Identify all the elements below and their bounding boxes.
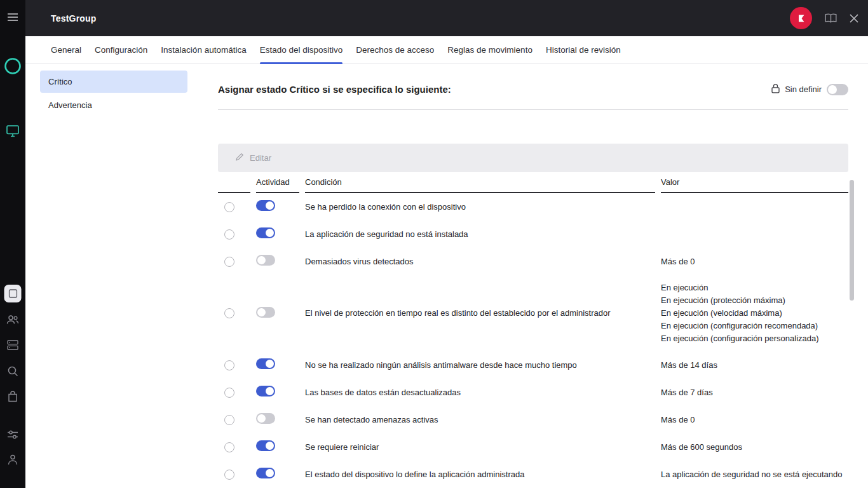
conditions-table-body: Se ha perdido la conexión con el disposi… — [218, 193, 848, 488]
select-column-header — [218, 172, 250, 193]
undefined-control: Sin definir — [771, 83, 848, 95]
row-activity-cell — [256, 255, 299, 268]
condition-text: El nivel de protección en tiempo real es… — [305, 308, 655, 319]
tab-label: General — [51, 45, 81, 55]
docs-book-icon[interactable] — [824, 13, 837, 24]
row-radio[interactable] — [224, 257, 234, 267]
condition-text: El estado del dispositivo lo define la a… — [305, 469, 655, 480]
value-text: Más de 600 segundos — [661, 441, 848, 454]
value-text: Más de 0 — [661, 414, 848, 426]
table-toolbar: Editar — [218, 144, 848, 172]
activity-toggle[interactable] — [256, 413, 275, 424]
table-row: Se han detectado amenazas activas Más de… — [218, 406, 848, 433]
toggle-knob — [257, 256, 266, 264]
condition-text: La aplicación de seguridad no está insta… — [305, 229, 655, 240]
main-panel: Asignar estado Crítico si se especifica … — [218, 64, 848, 488]
tab-derechos-de-acceso[interactable]: Derechos de acceso — [356, 36, 434, 64]
activity-toggle[interactable] — [256, 200, 275, 211]
row-select-cell — [218, 360, 250, 370]
kaspersky-logo-badge[interactable] — [790, 7, 812, 29]
toggle-knob — [266, 387, 274, 395]
active-tool-indicator[interactable] — [4, 285, 22, 302]
settings-sliders-icon[interactable] — [7, 430, 18, 439]
marketplace-bag-icon[interactable] — [8, 391, 18, 402]
activity-toggle[interactable] — [256, 468, 275, 478]
row-activity-cell — [256, 307, 299, 320]
tab-instalacion-automatica[interactable]: Instalación automática — [161, 36, 246, 64]
page-title: Asignar estado Crítico si se especifica … — [218, 84, 451, 95]
toggle-knob — [266, 442, 274, 450]
row-select-cell — [218, 202, 250, 212]
activity-toggle[interactable] — [256, 358, 275, 369]
row-radio[interactable] — [224, 360, 234, 370]
activity-toggle[interactable] — [256, 255, 275, 266]
condition-text: Se han detectado amenazas activas — [305, 414, 655, 426]
status-nav-label: Advertencia — [48, 100, 92, 110]
status-nav-item-critico[interactable]: Crítico — [40, 71, 187, 93]
toggle-knob — [828, 85, 837, 94]
row-activity-cell — [256, 227, 299, 241]
activity-toggle[interactable] — [256, 440, 275, 451]
toggle-knob — [257, 414, 266, 423]
value-text: Más de 14 días — [661, 359, 848, 372]
tabs: General Configuración Instalación automá… — [25, 36, 868, 64]
tab-general[interactable]: General — [51, 36, 81, 64]
row-select-cell — [218, 257, 250, 267]
status-ring-icon — [4, 57, 22, 75]
topbar: TestGroup — [25, 0, 868, 36]
table-row: El nivel de protección en tiempo real es… — [218, 275, 848, 351]
vertical-scrollbar[interactable] — [850, 180, 854, 301]
account-person-icon[interactable] — [8, 454, 18, 465]
tab-label: Historial de revisión — [546, 45, 621, 55]
condition-text: Se requiere reiniciar — [305, 442, 655, 453]
row-select-cell — [218, 388, 250, 398]
lock-icon — [771, 83, 780, 95]
device-status-page: General Configuración Instalación automá… — [25, 36, 868, 488]
tab-configuracion[interactable]: Configuración — [95, 36, 147, 64]
tab-reglas-de-movimiento[interactable]: Reglas de movimiento — [447, 36, 532, 64]
condition-text: Demasiados virus detectados — [305, 256, 655, 268]
tab-label: Reglas de movimiento — [447, 45, 532, 55]
menu-icon[interactable] — [7, 13, 18, 22]
row-radio[interactable] — [224, 388, 234, 398]
monitoring-icon[interactable] — [6, 125, 19, 137]
conditions-table-header: Actividad Condición Valor — [218, 172, 848, 193]
row-select-cell — [218, 229, 250, 240]
search-icon[interactable] — [7, 365, 18, 377]
edit-pencil-icon — [235, 152, 244, 163]
row-activity-cell — [256, 440, 299, 454]
row-activity-cell — [256, 468, 299, 481]
status-nav: Crítico Advertencia — [25, 64, 187, 488]
close-icon[interactable] — [850, 14, 858, 23]
undefined-toggle[interactable] — [827, 84, 848, 95]
activity-toggle[interactable] — [256, 227, 275, 238]
edit-button[interactable]: Editar — [250, 153, 271, 163]
activity-toggle[interactable] — [256, 307, 275, 318]
undefined-label: Sin definir — [785, 85, 822, 94]
row-select-cell — [218, 470, 250, 480]
row-radio[interactable] — [224, 202, 234, 212]
row-radio[interactable] — [224, 415, 234, 425]
tab-label: Instalación automática — [161, 45, 246, 55]
tab-estado-del-dispositivo[interactable]: Estado del dispositivo — [260, 36, 343, 64]
status-nav-label: Crítico — [48, 77, 72, 86]
condition-text: Las bases de datos están desactualizadas — [305, 387, 655, 398]
users-icon[interactable] — [6, 315, 19, 325]
servers-icon[interactable] — [7, 340, 18, 350]
row-radio[interactable] — [224, 470, 234, 480]
status-nav-item-advertencia[interactable]: Advertencia — [40, 94, 187, 116]
table-row: Se ha perdido la conexión con el disposi… — [218, 193, 848, 220]
row-radio[interactable] — [224, 229, 234, 240]
row-radio[interactable] — [224, 442, 234, 452]
toggle-knob — [266, 201, 274, 210]
row-select-cell — [218, 442, 250, 452]
value-column-header: Valor — [661, 172, 848, 193]
tab-historial-de-revision[interactable]: Historial de revisión — [546, 36, 621, 64]
condition-column-header: Condición — [305, 172, 655, 193]
value-text: Más de 0 — [661, 255, 848, 268]
row-radio[interactable] — [224, 308, 234, 318]
row-select-cell — [218, 308, 250, 318]
table-row: Se requiere reiniciar Más de 600 segundo… — [218, 433, 848, 461]
row-activity-cell — [256, 358, 299, 372]
activity-toggle[interactable] — [256, 386, 275, 396]
